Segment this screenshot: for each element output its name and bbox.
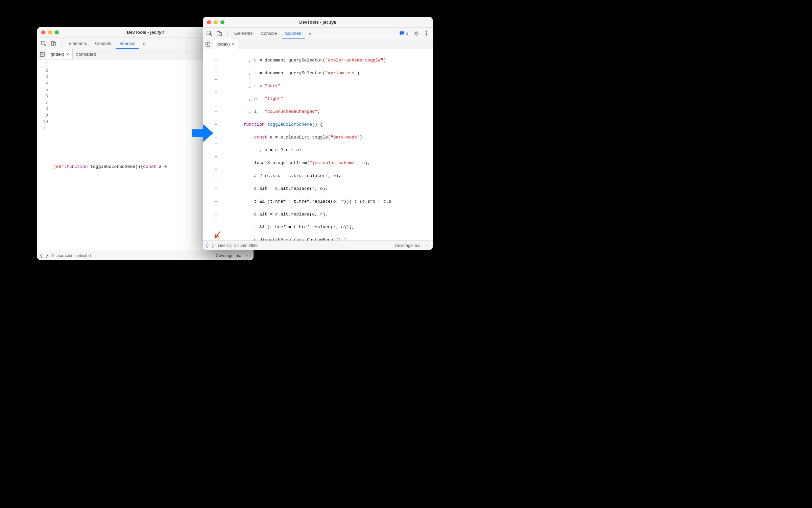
tab-console[interactable]: Console: [92, 39, 115, 48]
maximize-button[interactable]: [55, 30, 59, 34]
minimize-button[interactable]: [48, 30, 52, 34]
more-menu-icon[interactable]: [422, 29, 431, 38]
navigator-toggle-icon[interactable]: [37, 49, 47, 59]
statusbar: { } 9 characters selected Coverage: n/a: [37, 251, 254, 260]
line-gutter: 1 2 3 4 5 6 7 8 9 10 11: [37, 59, 51, 251]
minimize-button[interactable]: [214, 20, 218, 24]
close-button[interactable]: [41, 30, 45, 34]
traffic-lights: [203, 20, 224, 24]
titlebar: DevTools - jec.fyi/: [203, 17, 433, 28]
annotation-arrow-down-left: [212, 226, 226, 240]
tab-console[interactable]: Console: [257, 29, 280, 38]
svg-rect-2: [53, 43, 56, 46]
more-tabs-icon[interactable]: »: [306, 29, 314, 37]
more-tabs-icon[interactable]: »: [140, 40, 148, 48]
file-tab-index[interactable]: (index) ×: [213, 39, 238, 49]
svg-rect-6: [219, 32, 221, 36]
svg-point-10: [426, 34, 427, 35]
pretty-print-icon[interactable]: { }: [206, 243, 214, 248]
tab-elements[interactable]: Elements: [65, 39, 90, 48]
maximize-button[interactable]: [220, 20, 224, 24]
issues-button[interactable]: 1: [397, 30, 410, 36]
code-content[interactable]: , c = document.querySelector("#color-sch…: [220, 49, 433, 240]
navigator-toggle-icon[interactable]: [203, 39, 213, 49]
file-tab-index[interactable]: (index) ×: [47, 49, 73, 59]
inspect-icon[interactable]: [205, 29, 214, 38]
show-sidebar-icon[interactable]: [245, 253, 251, 258]
device-toggle-icon[interactable]: [215, 29, 224, 38]
window-title: DevTools - jec.fyi/: [203, 20, 433, 25]
close-button[interactable]: [207, 20, 211, 24]
selection-status: 9 characters selected: [52, 253, 91, 258]
statusbar: { } Line 11, Column 3939 Coverage: n/a: [203, 240, 433, 250]
svg-point-8: [426, 31, 427, 32]
cursor-position: Line 11, Column 3939: [218, 243, 257, 248]
svg-point-7: [415, 32, 417, 34]
coverage-status: Coverage: n/a: [216, 253, 241, 258]
annotation-arrow-right: [190, 121, 215, 145]
code-editor[interactable]: –––– –––– –––– –––– –––– –––– –––– , c =…: [203, 49, 433, 240]
file-tab-formatted[interactable]: :formatted: [73, 49, 99, 59]
settings-icon[interactable]: [412, 29, 421, 38]
svg-point-9: [426, 33, 427, 34]
separator: [227, 30, 228, 36]
close-tab-icon[interactable]: ×: [66, 52, 69, 57]
devtools-window-right: DevTools - jec.fyi/ Elements Console Sou…: [203, 17, 433, 250]
main-tabstrip: Elements Console Sources » 1: [203, 28, 433, 39]
close-tab-icon[interactable]: ×: [232, 42, 235, 47]
separator: [62, 41, 62, 47]
pretty-print-icon[interactable]: { }: [40, 253, 49, 258]
file-tab-label: (index): [216, 42, 230, 47]
device-toggle-icon[interactable]: [49, 39, 58, 48]
coverage-status: Coverage: n/a: [395, 243, 421, 248]
issues-count: 1: [406, 31, 408, 36]
tab-elements[interactable]: Elements: [231, 29, 256, 38]
tab-sources[interactable]: Sources: [116, 39, 139, 49]
traffic-lights: [37, 30, 59, 34]
show-sidebar-icon[interactable]: [424, 243, 430, 248]
file-tabstrip: (index) ×: [203, 39, 433, 49]
tab-sources[interactable]: Sources: [282, 29, 305, 39]
inspect-icon[interactable]: [39, 39, 48, 48]
file-tab-label: (index): [51, 52, 64, 57]
